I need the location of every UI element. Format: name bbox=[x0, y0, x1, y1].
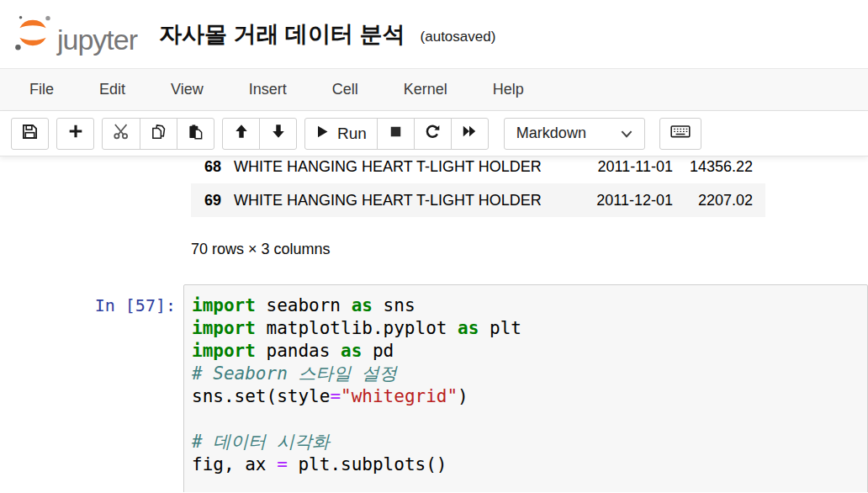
cell-type-select[interactable]: Markdown bbox=[504, 118, 645, 150]
command-palette-button[interactable] bbox=[659, 118, 701, 150]
move-cell-down-button[interactable] bbox=[259, 118, 297, 150]
move-button-group bbox=[222, 118, 297, 150]
code-lines: import seaborn as snsimport matplotlib.p… bbox=[192, 294, 860, 476]
run-button[interactable]: Run bbox=[304, 118, 378, 150]
interrupt-kernel-button[interactable] bbox=[377, 118, 415, 150]
jupyter-logo[interactable]: jupyter bbox=[13, 13, 137, 56]
copy-icon bbox=[151, 124, 167, 144]
table-row: 69 WHITE HANGING HEART T-LIGHT HOLDER 20… bbox=[191, 183, 765, 217]
row-index: 69 bbox=[204, 192, 234, 209]
menubar: File Edit View Insert Cell Kernel Help bbox=[0, 69, 868, 111]
notebook-title[interactable]: 자사몰 거래 데이터 분석 bbox=[159, 19, 405, 50]
menu-file[interactable]: File bbox=[7, 71, 77, 109]
jupyter-wordmark: jupyter bbox=[57, 25, 137, 56]
row-index: 68 bbox=[204, 158, 234, 176]
dataframe-summary: 70 rows × 3 columns bbox=[191, 241, 868, 258]
menu-help[interactable]: Help bbox=[470, 71, 547, 109]
copy-button[interactable] bbox=[140, 118, 177, 150]
move-down-icon bbox=[271, 124, 286, 143]
jupyter-planet-icon bbox=[13, 13, 52, 56]
cell-value: 14356.22 bbox=[673, 158, 753, 176]
restart-icon bbox=[425, 124, 441, 144]
menu-view[interactable]: View bbox=[148, 71, 226, 109]
header: jupyter 자사몰 거래 데이터 분석 (autosaved) bbox=[0, 0, 868, 69]
edit-button-group bbox=[102, 118, 214, 150]
code-input-area[interactable]: import seaborn as snsimport matplotlib.p… bbox=[183, 284, 868, 492]
restart-kernel-button[interactable] bbox=[414, 118, 452, 150]
cell-date: 2011-12-01 bbox=[580, 192, 673, 209]
menu-kernel[interactable]: Kernel bbox=[381, 71, 470, 109]
cell-date: 2011-11-01 bbox=[580, 158, 673, 176]
add-cell-button[interactable] bbox=[56, 118, 94, 150]
paste-icon bbox=[188, 124, 204, 144]
menu-insert[interactable]: Insert bbox=[226, 71, 310, 109]
autosave-status: (autosaved) bbox=[421, 24, 496, 45]
input-prompt: In [57]: bbox=[95, 295, 176, 315]
stop-icon bbox=[389, 125, 403, 143]
menu-cell[interactable]: Cell bbox=[310, 71, 381, 109]
run-button-group: Run bbox=[304, 118, 489, 150]
move-up-icon bbox=[234, 124, 249, 143]
cut-icon bbox=[113, 123, 130, 144]
move-cell-up-button[interactable] bbox=[222, 118, 260, 150]
run-button-label: Run bbox=[337, 125, 367, 143]
paste-button[interactable] bbox=[177, 118, 214, 150]
table-row: 68 WHITE HANGING HEART T-LIGHT HOLDER 20… bbox=[191, 156, 765, 183]
dataframe-output: 68 WHITE HANGING HEART T-LIGHT HOLDER 20… bbox=[191, 156, 868, 217]
toolbar: Run Markdown bbox=[0, 111, 868, 156]
prompt-column: In [57]: bbox=[0, 284, 183, 492]
run-icon bbox=[315, 125, 330, 143]
code-cell: In [57]: import seaborn as snsimport mat… bbox=[0, 284, 868, 492]
save-button[interactable] bbox=[11, 118, 49, 150]
restart-run-all-icon bbox=[462, 124, 477, 143]
cell-value: 2207.02 bbox=[673, 192, 753, 209]
command-palette-keyboard-icon bbox=[670, 124, 691, 143]
menu-edit[interactable]: Edit bbox=[77, 71, 148, 109]
chevron-down-icon bbox=[621, 125, 632, 142]
add-cell-icon bbox=[68, 124, 83, 143]
cell-description: WHITE HANGING HEART T-LIGHT HOLDER bbox=[234, 158, 580, 176]
notebook-content: 68 WHITE HANGING HEART T-LIGHT HOLDER 20… bbox=[0, 156, 868, 492]
cell-type-value: Markdown bbox=[516, 125, 586, 142]
restart-run-all-button[interactable] bbox=[451, 118, 489, 150]
cut-button[interactable] bbox=[102, 118, 140, 150]
save-icon bbox=[22, 124, 38, 144]
cell-description: WHITE HANGING HEART T-LIGHT HOLDER bbox=[234, 192, 580, 209]
